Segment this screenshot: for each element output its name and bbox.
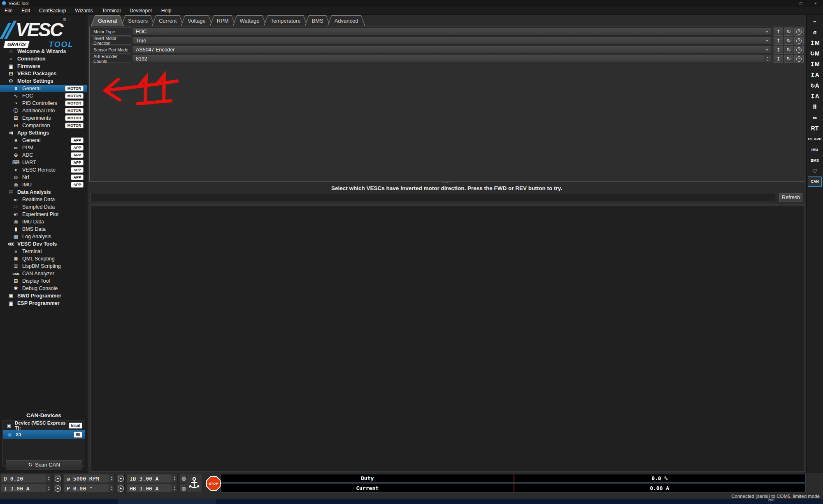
sidebar-item-data-analysis[interactable]: ∷Data Analysis <box>0 188 87 196</box>
sidebar-item-comparison[interactable]: ⊞ComparisonMOTOR <box>0 122 87 129</box>
play-button[interactable]: ▶ <box>54 484 62 493</box>
position-anchor-button[interactable] <box>186 474 202 493</box>
sidebar-item-experiments[interactable]: ⊞ExperimentsMOTOR <box>0 114 87 122</box>
imu-data-icon[interactable]: IMU <box>808 144 822 155</box>
spinner-arrows[interactable]: ▴▾ <box>109 484 114 492</box>
windows-taskbar[interactable]: AM <box>0 499 823 504</box>
spinner-up-icon[interactable]: ▴ <box>48 476 49 478</box>
sidebar-item-experiment-plot[interactable]: RTExperiment Plot <box>0 211 87 218</box>
spinbox-hb-3-00-a[interactable]: HB 3.00 A▴▾ <box>127 484 178 493</box>
tab-sensors[interactable]: Sensors <box>121 15 155 26</box>
menu-developer[interactable]: Developer <box>125 8 157 14</box>
sidebar-item-vesc-packages[interactable]: ⊟VESC Packages <box>0 70 87 77</box>
spinner-up-icon[interactable]: ▴ <box>767 56 768 59</box>
sidebar-item-ppm[interactable]: ∞PPMAPP <box>0 144 87 151</box>
sidebar-splitter-handle[interactable] <box>0 409 88 411</box>
reload-app-config-icon[interactable]: ↻A <box>808 80 822 91</box>
tab-wattage[interactable]: Wattage <box>233 15 267 26</box>
sidebar-item-debug-console[interactable]: ✱Debug Console <box>0 285 87 292</box>
menu-edit[interactable]: Edit <box>17 8 35 14</box>
spinner-up-icon[interactable]: ▴ <box>174 485 175 488</box>
spinner-arrows[interactable]: ▴▾ <box>172 484 177 492</box>
menu-confbackup[interactable]: ConfBackup <box>35 8 70 14</box>
help-button[interactable]: ? <box>794 37 804 45</box>
reload-motor-config-icon[interactable]: ↻M <box>808 48 822 59</box>
sidebar-item-vesc-dev-tools[interactable]: ⋘VESC Dev Tools <box>0 240 87 248</box>
sidebar-item-log-analysis[interactable]: ▦Log Analysis <box>0 233 87 240</box>
spinner-down-icon[interactable]: ▾ <box>48 488 49 491</box>
menu-help[interactable]: Help <box>157 8 176 14</box>
field-value-invert-motor-direction[interactable]: True▾ <box>132 37 771 45</box>
spinbox-i-3-00-a[interactable]: I 3.00 A▴▾ <box>1 484 52 493</box>
spinbox-p-0-00[interactable]: P 0.00 °▴▾ <box>64 484 115 493</box>
write-motor-config-icon[interactable]: ↧M <box>808 59 822 70</box>
sidebar-item-general[interactable]: ≡GeneralAPP <box>0 137 87 144</box>
read-motor-config-icon[interactable]: ↥M <box>808 37 822 48</box>
sidebar-item-motor-settings[interactable]: ⚙Motor Settings <box>0 77 87 85</box>
tab-general[interactable]: General <box>91 15 124 26</box>
spinner-up-icon[interactable]: ▴ <box>174 476 175 478</box>
spinner-down-icon[interactable]: ▾ <box>767 59 768 62</box>
sidebar-item-vesc-remote[interactable]: ⌖VESC RemoteAPP <box>0 166 87 174</box>
sidebar-item-firmware[interactable]: ▣Firmware <box>0 63 87 70</box>
pane-splitter-handle[interactable] <box>88 181 805 184</box>
tab-rpm[interactable]: RPM <box>210 15 236 26</box>
spinner-down-icon[interactable]: ▾ <box>174 488 175 491</box>
field-value-motor-type[interactable]: FOC▾ <box>132 28 771 36</box>
sidebar-item-imu-data[interactable]: ◎IMU Data <box>0 218 87 225</box>
sidebar-item-esp-programmer[interactable]: ▣ESP Programmer <box>0 300 87 307</box>
sidebar-item-lispbm-scripting[interactable]: ≣LispBM Scripting <box>0 262 87 270</box>
menu-wizards[interactable]: Wizards <box>70 8 97 14</box>
sidebar-item-bms-data[interactable]: ▮BMS Data <box>0 225 87 233</box>
spinner-down-icon[interactable]: ▾ <box>111 488 112 491</box>
gamepad-icon[interactable]: ∞ <box>808 112 822 123</box>
write-value-button[interactable]: ↥ <box>774 37 783 45</box>
sidebar-item-display-tool[interactable]: ⊞Display Tool <box>0 277 87 285</box>
spinbox-d-0-20[interactable]: D 0.20▴▾ <box>1 474 52 483</box>
restore-default-button[interactable]: ↻ <box>784 55 793 63</box>
field-value-abi-encoder-counts[interactable]: 8192▴▾ <box>132 55 771 63</box>
taskbar-app-segment[interactable] <box>118 499 216 504</box>
can-devices-icon[interactable]: CAN <box>808 177 822 187</box>
spinbox-ib-3-00-a[interactable]: IB 3.00 A▴▾ <box>127 474 178 483</box>
tab-temperature[interactable]: Temperature <box>264 15 308 26</box>
sidebar-item-qml-scripting[interactable]: ≣QML Scripting <box>0 255 87 262</box>
spinner-down-icon[interactable]: ▾ <box>111 478 112 481</box>
sidebar-item-uart[interactable]: ⌨UARTAPP <box>0 159 87 166</box>
write-value-button[interactable]: ↥ <box>774 55 783 63</box>
restore-default-button[interactable]: ↻ <box>784 37 793 45</box>
menu-file[interactable]: File <box>0 8 17 14</box>
read-app-config-icon[interactable]: ↥A <box>808 70 822 80</box>
sidebar-item-foc[interactable]: ∿FOCMOTOR <box>0 92 87 100</box>
write-app-config-icon[interactable]: ↧A <box>808 91 822 102</box>
restore-default-button[interactable]: ↻ <box>784 28 793 36</box>
sidebar-item-imu[interactable]: ◎IMUAPP <box>0 181 87 188</box>
sidebar-item-additional-info[interactable]: ⓘAdditional InfoMOTOR <box>0 107 87 114</box>
sidebar-item-welcome-wizards[interactable]: ⌂Welcome & Wizards <box>0 48 87 55</box>
bms-data-icon[interactable]: BMS <box>808 155 822 166</box>
spinner-up-icon[interactable]: ▴ <box>111 485 112 488</box>
sidebar-item-pid-controllers[interactable]: ◔PID ControllersMOTOR <box>0 100 87 107</box>
write-value-button[interactable]: ↥ <box>774 46 783 54</box>
menu-terminal[interactable]: Terminal <box>98 8 125 14</box>
sidebar-item-nrf[interactable]: ⊙NrfAPP <box>0 174 87 181</box>
spinner-arrows[interactable]: ▴▾ <box>46 484 51 492</box>
tab-bms[interactable]: BMS <box>305 15 330 26</box>
maximize-button[interactable]: □ <box>793 0 808 7</box>
spinner-arrows[interactable]: ▴▾ <box>172 474 177 483</box>
spinner-down-icon[interactable]: ▾ <box>174 478 175 481</box>
spinner-up-icon[interactable]: ▴ <box>111 476 112 478</box>
show-desktop-divider[interactable] <box>821 499 821 504</box>
help-button[interactable]: ? <box>794 28 804 36</box>
can-network-icon[interactable]: ⠿ <box>808 102 822 112</box>
sidebar-item-terminal[interactable]: »Terminal <box>0 248 87 255</box>
spinner-arrows[interactable]: ▴▾ <box>46 474 51 483</box>
restore-default-button[interactable]: ↻ <box>784 46 793 54</box>
close-button[interactable]: × <box>808 0 823 7</box>
can-device-x1[interactable]: ◉X198 <box>3 430 85 439</box>
play-button[interactable]: ▶ <box>54 474 62 483</box>
play-button[interactable]: ▶ <box>117 484 125 493</box>
spinner-up-icon[interactable]: ▴ <box>48 485 49 488</box>
spinbox-5000-rpm[interactable]: ω 5000 RPM▴▾ <box>64 474 115 483</box>
sidebar-item-adc[interactable]: ⊕ADCAPP <box>0 151 87 159</box>
